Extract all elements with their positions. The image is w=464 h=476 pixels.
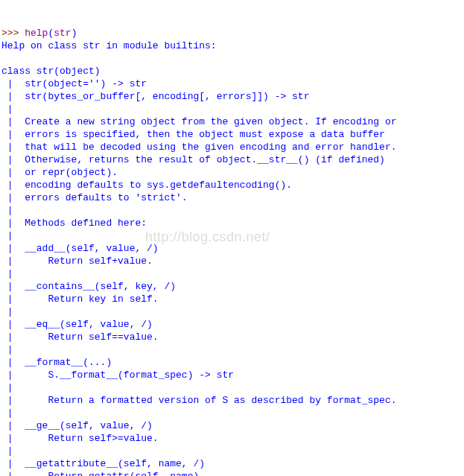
methods-header: | Methods defined here:	[1, 218, 147, 229]
class-decl: class str(object)	[1, 66, 101, 77]
method-eq: | __eq__(self, value, /)	[1, 319, 153, 330]
pipe-blank: |	[1, 306, 25, 317]
doc-line: | errors defaults to 'strict'.	[1, 192, 188, 203]
signature-1: | str(object='') -> str	[1, 78, 147, 89]
pipe-blank: |	[1, 445, 25, 457]
method-add-doc: | Return self+value.	[1, 256, 153, 267]
method-ge: | __ge__(self, value, /)	[1, 420, 153, 431]
method-eq-doc: | Return self==value.	[1, 331, 159, 343]
doc-line: | Otherwise, returns the result of objec…	[1, 154, 385, 165]
method-getattribute: | __getattribute__(self, name, /)	[1, 458, 205, 469]
help-arg: str	[54, 28, 71, 39]
watermark-text: http://blog.csdn.net/	[145, 231, 270, 244]
doc-line: | that will be decoded using the given e…	[1, 142, 397, 153]
pipe-blank: |	[1, 344, 25, 355]
method-contains-doc: | Return key in self.	[1, 293, 159, 305]
signature-2: | str(bytes_or_buffer[, encoding[, error…	[1, 91, 309, 102]
method-add: | __add__(self, value, /)	[1, 243, 159, 254]
method-getattribute-doc: | Return getattr(self, name).	[1, 471, 205, 476]
pipe-blank: |	[1, 104, 25, 115]
pipe-blank: |	[1, 205, 25, 216]
pipe-blank: |	[1, 382, 48, 393]
doc-line: | errors is specified, then the object m…	[1, 129, 385, 140]
doc-line: | Create a new string object from the gi…	[1, 116, 397, 127]
help-header: Help on class str in module builtins:	[1, 40, 217, 51]
python-prompt: >>>	[1, 28, 25, 39]
pipe-blank: |	[1, 407, 25, 419]
pipe-blank: |	[1, 230, 25, 241]
method-format: | __format__(...)	[1, 357, 112, 368]
method-ge-doc: | Return self>=value.	[1, 433, 159, 444]
help-fn: help	[25, 28, 48, 39]
method-format-sig: | S.__format__(format_spec) -> str	[1, 369, 234, 381]
method-format-doc: | Return a formatted version of S as des…	[1, 395, 397, 406]
doc-line: | encoding defaults to sys.getdefaultenc…	[1, 180, 292, 191]
method-contains: | __contains__(self, key, /)	[1, 281, 176, 292]
paren-close: )	[71, 28, 77, 39]
pipe-blank: |	[1, 268, 25, 279]
doc-line: | or repr(object).	[1, 167, 118, 178]
